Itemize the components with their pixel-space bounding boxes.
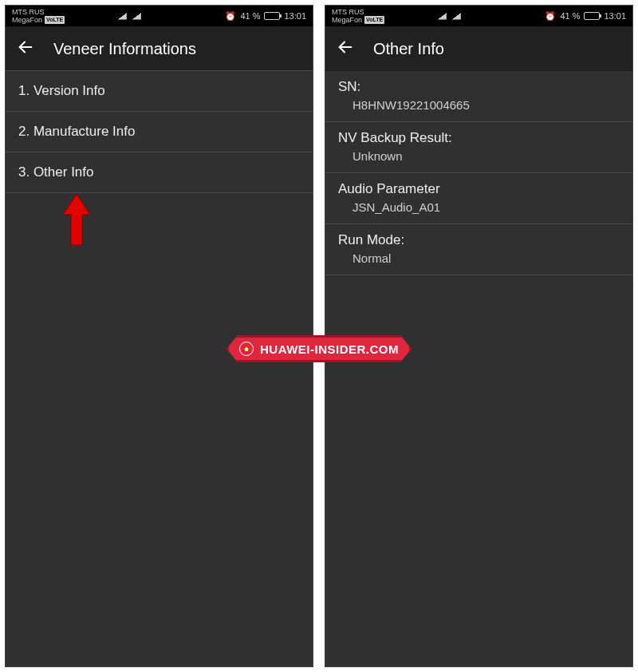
page-title: Other Info <box>373 40 444 58</box>
page-title: Veneer Informations <box>53 40 196 58</box>
info-row-audio-parameter: Audio Parameter JSN_Audio_A01 <box>325 173 632 224</box>
alarm-icon: ⏰ <box>225 11 236 22</box>
watermark-text: HUAWEI-INSIDER.COM <box>260 342 399 356</box>
signal-icon-1 <box>437 13 447 20</box>
clock-time: 13:01 <box>284 11 306 21</box>
clock-time: 13:01 <box>604 11 626 21</box>
svg-marker-1 <box>63 194 90 245</box>
annotation-arrow-icon <box>63 194 90 245</box>
info-label: NV Backup Result: <box>338 130 620 149</box>
back-arrow-icon[interactable] <box>17 38 34 59</box>
back-arrow-icon[interactable] <box>337 38 354 59</box>
carrier-2: MegaFon <box>332 16 362 24</box>
info-value: H8HNW19221004665 <box>338 98 620 112</box>
battery-percent: 41 % <box>240 11 260 21</box>
alarm-icon: ⏰ <box>545 11 556 22</box>
info-value: JSN_Audio_A01 <box>338 200 620 214</box>
menu-item-version-info[interactable]: 1. Version Info <box>6 70 313 112</box>
signal-icon-1 <box>117 13 127 20</box>
info-row-nv-backup: NV Backup Result: Unknown <box>325 122 632 173</box>
status-bar: MTS RUS MegaFon VoLTE ⏰ 41 % 13:01 <box>6 6 313 26</box>
status-bar: MTS RUS MegaFon VoLTE ⏰ 41 % 13:01 <box>325 6 632 26</box>
menu-item-manufacture-info[interactable]: 2. Manufacture Info <box>6 112 313 152</box>
volte-badge: VoLTE <box>45 16 65 24</box>
info-label: SN: <box>338 79 620 98</box>
battery-icon <box>584 12 600 20</box>
menu-list: 1. Version Info 2. Manufacture Info 3. O… <box>6 71 313 666</box>
info-value: Normal <box>338 251 620 265</box>
info-label: Audio Parameter <box>338 181 620 200</box>
info-row-run-mode: Run Mode: Normal <box>325 224 632 275</box>
info-list: SN: H8HNW19221004665 NV Backup Result: U… <box>325 71 632 666</box>
info-row-sn: SN: H8HNW19221004665 <box>325 71 632 122</box>
app-header: Veneer Informations <box>6 26 313 71</box>
info-label: Run Mode: <box>338 232 620 251</box>
volte-badge: VoLTE <box>364 16 384 24</box>
signal-icon-2 <box>132 13 141 20</box>
carrier-1: MTS RUS <box>12 8 65 16</box>
menu-item-other-info[interactable]: 3. Other Info <box>6 152 313 193</box>
watermark-badge: HUAWEI-INSIDER.COM <box>226 335 412 362</box>
carrier-2: MegaFon <box>12 16 42 24</box>
battery-percent: 41 % <box>560 11 580 21</box>
battery-icon <box>264 12 280 20</box>
app-header: Other Info <box>325 26 632 71</box>
huawei-logo-icon <box>239 342 254 356</box>
signal-icon-2 <box>451 13 461 20</box>
info-value: Unknown <box>338 149 620 163</box>
carrier-1: MTS RUS <box>332 8 384 16</box>
